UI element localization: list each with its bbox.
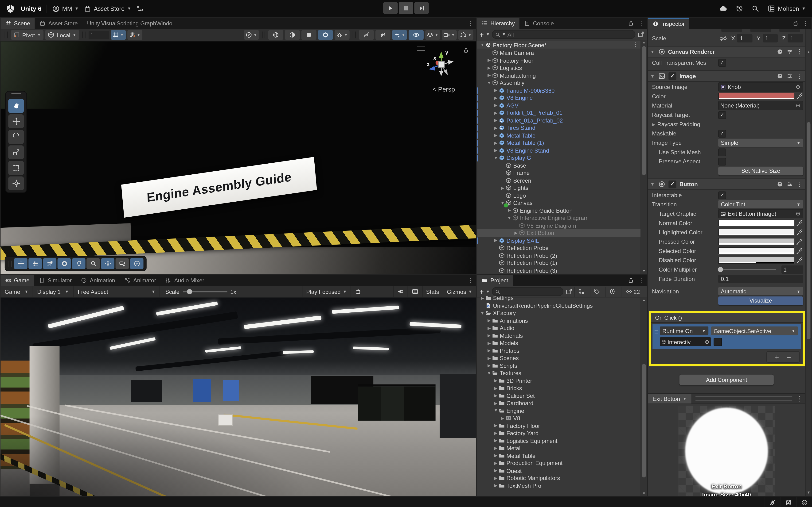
checkbox[interactable]: ✓ bbox=[718, 111, 726, 119]
project-item-item[interactable]: ▶Logistics Equipment bbox=[477, 437, 647, 444]
inspector-row[interactable]: Interactable✓ bbox=[652, 191, 803, 199]
tool-hand-button[interactable] bbox=[8, 99, 24, 113]
overlay-drag-handle[interactable] bbox=[8, 261, 11, 267]
overlay-sliders-button[interactable] bbox=[29, 258, 42, 269]
foldout-arrow[interactable]: ▶ bbox=[493, 461, 499, 465]
hierarchy-item-item[interactable]: V8 Engine Diagram bbox=[477, 222, 647, 229]
debugger-status-button[interactable] bbox=[764, 497, 780, 507]
debug-button[interactable] bbox=[351, 286, 365, 297]
foldout-arrow[interactable]: ▶ bbox=[507, 208, 512, 213]
inspector-row[interactable]: Disabled Color bbox=[652, 256, 803, 264]
project-item-item[interactable]: ▶V8 bbox=[477, 414, 647, 422]
event-state-dropdown[interactable]: Runtime On ▼ bbox=[660, 327, 708, 335]
tab-inspector[interactable]: Inspector bbox=[648, 17, 689, 29]
projection-label[interactable]: <Persp bbox=[419, 86, 469, 93]
inspector-row[interactable]: Raycast Target✓ bbox=[652, 111, 803, 119]
foldout-arrow[interactable]: ▶ bbox=[486, 318, 492, 323]
checkbox[interactable] bbox=[718, 148, 726, 156]
foldout-arrow[interactable]: ▶ bbox=[493, 111, 499, 115]
set-native-size-button[interactable]: Set Native Size bbox=[718, 166, 803, 175]
hierarchy-item-item[interactable]: ▶Exit Botton bbox=[477, 229, 647, 237]
project-item-item[interactable]: ▶3D Printer bbox=[477, 377, 647, 385]
foldout-arrow[interactable]: ▶ bbox=[493, 148, 499, 153]
remove-listener-button[interactable]: − bbox=[787, 353, 791, 361]
project-item-item[interactable]: ▶Production Equipment bbox=[477, 459, 647, 467]
slider-knob[interactable] bbox=[718, 267, 723, 272]
color-swatch[interactable] bbox=[718, 257, 794, 264]
hierarchy-item-item[interactable]: ▶Display SAIL› bbox=[477, 237, 647, 244]
foldout-arrow[interactable]: ▼ bbox=[479, 43, 485, 47]
tool-move-button[interactable] bbox=[8, 114, 24, 128]
bool-argument-checkbox[interactable] bbox=[714, 338, 722, 346]
pause-button[interactable] bbox=[399, 2, 413, 14]
game-tab-game[interactable]: Game bbox=[0, 275, 34, 286]
hierarchy-item-item[interactable]: ▼+Canvas bbox=[477, 199, 647, 207]
add-listener-button[interactable]: + bbox=[775, 353, 779, 361]
foldout-arrow[interactable]: ▶ bbox=[493, 118, 499, 123]
foldout-arrow[interactable]: ▶ bbox=[486, 58, 492, 63]
hierarchy-item-item[interactable]: ▶Pallet_01a_Prefab_02› bbox=[477, 117, 647, 124]
preview-drag-lines[interactable] bbox=[696, 396, 792, 401]
project-item-item[interactable]: ▶Caliper Set bbox=[477, 392, 647, 399]
foldout-arrow[interactable]: ▶ bbox=[493, 431, 499, 435]
overlay-drag-handle[interactable] bbox=[11, 93, 21, 97]
project-item-item[interactable]: ▼XFactory bbox=[477, 309, 647, 317]
hierarchy-search-input[interactable]: ▼ All bbox=[492, 30, 635, 39]
scale-slider[interactable]: Scale 1x bbox=[160, 288, 241, 294]
lock-icon[interactable] bbox=[627, 277, 634, 283]
foldout-arrow[interactable]: ▼ bbox=[493, 156, 499, 160]
foldout-arrow[interactable]: ▶ bbox=[493, 453, 499, 458]
foldout-arrow[interactable]: ▶ bbox=[479, 296, 485, 300]
foldout-arrow[interactable]: ▶ bbox=[513, 230, 519, 235]
scroll-up-arrow[interactable]: ▲ bbox=[641, 297, 647, 302]
game-mode-dropdown[interactable]: Game▼ bbox=[0, 286, 33, 297]
pivot-dropdown[interactable]: Pivot ▼ bbox=[11, 30, 44, 40]
gizmos-dropdown[interactable]: Gizmos▼ bbox=[443, 286, 476, 297]
game-tab-simulator[interactable]: Simulator bbox=[34, 275, 77, 286]
checkbox[interactable] bbox=[718, 158, 726, 165]
project-item-item[interactable]: ▶Bricks bbox=[477, 385, 647, 392]
foldout-arrow[interactable]: ▶ bbox=[486, 65, 492, 70]
foldout-arrow[interactable]: ▶ bbox=[493, 140, 499, 145]
component-header-canvas-renderer[interactable]: ▼Canvas Renderer?⋮ bbox=[648, 46, 805, 57]
create-object-button[interactable]: + bbox=[479, 32, 484, 37]
foldout-arrow[interactable]: ▼ bbox=[650, 74, 656, 78]
hierarchy-item-item[interactable]: ▶Engine Guide Button bbox=[477, 207, 647, 214]
checkbox[interactable]: ✓ bbox=[718, 59, 726, 66]
project-scrollbar[interactable]: ▲ ▼ bbox=[641, 297, 647, 496]
project-item-item[interactable]: ▶Audio bbox=[477, 324, 647, 332]
visual-scripting-shortcut[interactable] bbox=[137, 5, 144, 12]
project-item-item[interactable]: ▶Cardboard bbox=[477, 399, 647, 407]
foldout-arrow[interactable]: ▶ bbox=[493, 386, 499, 391]
scale-z-input[interactable]: 1 bbox=[788, 34, 803, 42]
inspector-row[interactable]: Image TypeSimple▼ bbox=[652, 139, 803, 147]
project-item-item[interactable]: ▶Factory Floor bbox=[477, 422, 647, 429]
event-function-dropdown[interactable]: GameObject.SetActive ▼ bbox=[711, 327, 798, 335]
chevron-down-icon[interactable]: ▼ bbox=[486, 289, 490, 294]
scene-tool-d2off[interactable]: 2D bbox=[359, 30, 374, 40]
scale-y-input[interactable]: 1 bbox=[763, 34, 778, 42]
component-enabled-checkbox[interactable]: ✓ bbox=[668, 180, 676, 188]
hierarchy-item-item[interactable]: ▶Forklift_01_Prefab_01› bbox=[477, 109, 647, 117]
foldout-arrow[interactable]: ▼ bbox=[486, 80, 492, 85]
scroll-down-arrow[interactable]: ▼ bbox=[641, 269, 647, 274]
foldout-arrow[interactable]: ▼ bbox=[479, 311, 485, 316]
foldout-arrow[interactable]: ▶ bbox=[493, 125, 499, 130]
hierarchy-item-item[interactable]: ▼Factory Floor Scene*⋮ bbox=[477, 41, 647, 49]
step-button[interactable] bbox=[414, 2, 429, 14]
slider-track[interactable] bbox=[718, 269, 776, 270]
overlay-camgiz-button[interactable] bbox=[116, 258, 129, 269]
scene-tab-scene[interactable]: Scene bbox=[0, 17, 35, 29]
scroll-up-arrow[interactable]: ▲ bbox=[806, 50, 812, 55]
object-picker-icon[interactable] bbox=[704, 339, 709, 344]
foldout-arrow[interactable]: ▶ bbox=[493, 96, 499, 100]
inspector-row[interactable]: Fade Duration0.1 bbox=[652, 275, 803, 283]
foldout-arrow[interactable]: ▶ bbox=[486, 333, 492, 338]
foldout-arrow[interactable]: ▶ bbox=[486, 341, 492, 345]
cache-status-button[interactable] bbox=[780, 497, 796, 507]
play-button[interactable] bbox=[383, 2, 398, 14]
hierarchy-scrollbar[interactable]: ▲ ▼ bbox=[641, 40, 647, 274]
tab-console[interactable]: Console bbox=[519, 17, 558, 29]
stats-button[interactable]: Stats bbox=[422, 286, 443, 297]
project-item-item[interactable]: UniversalRenderPipelineGlobalSettings bbox=[477, 302, 647, 309]
